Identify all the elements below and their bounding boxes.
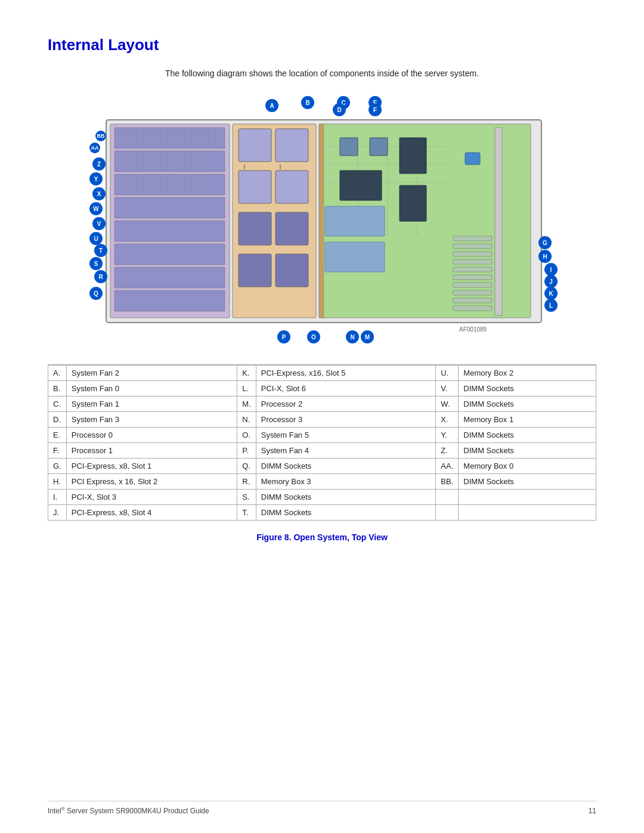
- table-cell-letter: L.: [237, 381, 256, 397]
- table-row: E.Processor 0O.System Fan 5Y.DIMM Socket…: [48, 428, 596, 443]
- footer-left: Intel® Server System SR9000MK4U Product …: [48, 806, 209, 815]
- svg-rect-70: [453, 259, 492, 264]
- label-M: M: [361, 330, 374, 343]
- table-cell-letter: N.: [237, 412, 256, 428]
- svg-rect-8: [114, 267, 225, 288]
- label-G: G: [538, 236, 552, 249]
- table-cell-item: Memory Box 1: [459, 412, 596, 428]
- table-cell-item: Memory Box 3: [256, 474, 436, 490]
- table-cell-letter: AA.: [436, 459, 459, 474]
- svg-rect-60: [275, 212, 308, 245]
- table-cell-letter: F.: [48, 443, 67, 459]
- label-J: J: [544, 275, 558, 288]
- svg-rect-88: [465, 153, 480, 165]
- table-cell-letter: BB.: [436, 474, 459, 490]
- label-D: D: [333, 103, 346, 116]
- table-cell-letter: I.: [48, 490, 67, 505]
- table-cell-item: Processor 2: [256, 397, 436, 412]
- label-T: T: [94, 244, 107, 257]
- table-cell-letter: [436, 490, 459, 505]
- table-cell-item: PCI-Express, x8, Slot 4: [66, 505, 237, 521]
- svg-rect-76: [453, 306, 492, 311]
- svg-rect-61: [239, 254, 271, 287]
- page-container: Internal Layout The following diagram sh…: [0, 0, 644, 833]
- page-footer: Intel® Server System SR9000MK4U Product …: [48, 801, 596, 815]
- diagram-wrapper: A B C D E F BB AA Z Y X W V U T S R Q G: [89, 96, 555, 346]
- table-cell-letter: T.: [237, 505, 256, 521]
- table-cell-item: PCI-X, Slot 3: [66, 490, 237, 505]
- label-AA: AA: [89, 143, 100, 153]
- table-cell-item: Processor 3: [256, 412, 436, 428]
- table-cell-item: DIMM Sockets: [459, 397, 596, 412]
- table-cell-item: DIMM Sockets: [459, 428, 596, 443]
- table-cell-item: DIMM Sockets: [459, 474, 596, 490]
- table-cell-item: System Fan 3: [66, 412, 237, 428]
- diagram-section: A B C D E F BB AA Z Y X W V U T S R Q G: [48, 96, 596, 346]
- table-cell-item: System Fan 5: [256, 428, 436, 443]
- table-cell-letter: K.: [237, 365, 256, 381]
- intro-text: The following diagram shows the location…: [48, 69, 596, 78]
- svg-rect-69: [453, 252, 492, 256]
- label-N: N: [346, 330, 359, 343]
- figure-caption: Figure 8. Open System, Top View: [48, 532, 596, 542]
- table-row: H.PCI Express, x 16, Slot 2R.Memory Box …: [48, 474, 596, 490]
- svg-rect-71: [453, 267, 492, 272]
- table-cell-item: Memory Box 0: [459, 459, 596, 474]
- table-cell-letter: P.: [237, 443, 256, 459]
- table-row: J.PCI-Express, x8, Slot 4T.DIMM Sockets: [48, 505, 596, 521]
- svg-rect-67: [453, 236, 492, 241]
- label-Y: Y: [89, 172, 103, 185]
- label-U: U: [89, 232, 103, 245]
- table-cell-item: PCI Express, x 16, Slot 2: [66, 474, 237, 490]
- svg-text:AF001089: AF001089: [459, 326, 487, 333]
- table-cell-item: DIMM Sockets: [459, 381, 596, 397]
- svg-rect-75: [453, 298, 492, 303]
- svg-rect-68: [453, 244, 492, 249]
- label-L: L: [544, 299, 558, 312]
- table-cell-item: DIMM Sockets: [256, 490, 436, 505]
- table-cell-letter: V.: [436, 381, 459, 397]
- label-P: P: [277, 330, 290, 343]
- svg-rect-91: [319, 124, 324, 318]
- table-row: I.PCI-X, Slot 3S.DIMM Sockets: [48, 490, 596, 505]
- svg-rect-84: [370, 138, 388, 156]
- table-cell-item: DIMM Sockets: [256, 505, 436, 521]
- table-cell-letter: U.: [436, 365, 459, 381]
- svg-rect-55: [239, 129, 271, 162]
- table-row: D.System Fan 3N.Processor 3X.Memory Box …: [48, 412, 596, 428]
- svg-rect-66: [495, 128, 502, 315]
- table-cell-item: Processor 0: [66, 428, 237, 443]
- table-cell-item: System Fan 2: [66, 365, 237, 381]
- table-cell-item: PCI-X, Slot 6: [256, 381, 436, 397]
- svg-rect-6: [114, 221, 225, 241]
- table-cell-letter: E.: [48, 428, 67, 443]
- label-A: A: [265, 99, 278, 112]
- table-cell-letter: Z.: [436, 443, 459, 459]
- table-cell-letter: R.: [237, 474, 256, 490]
- table-cell-letter: Y.: [436, 428, 459, 443]
- svg-rect-73: [453, 283, 492, 287]
- label-W: W: [89, 202, 103, 215]
- table-cell-item: [459, 490, 596, 505]
- svg-rect-5: [114, 197, 225, 218]
- label-K: K: [544, 287, 558, 300]
- table-cell-item: System Fan 1: [66, 397, 237, 412]
- table-cell-letter: [436, 505, 459, 521]
- table-cell-letter: W.: [436, 397, 459, 412]
- label-Z: Z: [92, 157, 106, 171]
- svg-rect-87: [400, 185, 426, 221]
- table-cell-item: DIMM Sockets: [459, 443, 596, 459]
- table-cell-letter: M.: [237, 397, 256, 412]
- svg-rect-90: [325, 242, 385, 272]
- table-cell-item: Processor 1: [66, 443, 237, 459]
- table-cell-item: PCI-Express, x16, Slot 5: [256, 365, 436, 381]
- svg-rect-85: [400, 138, 426, 174]
- svg-rect-62: [275, 254, 308, 287]
- svg-rect-56: [275, 129, 308, 162]
- svg-rect-83: [340, 138, 358, 156]
- table-cell-letter: O.: [237, 428, 256, 443]
- table-cell-item: System Fan 0: [66, 381, 237, 397]
- table-cell-letter: B.: [48, 381, 67, 397]
- table-cell-item: System Fan 4: [256, 443, 436, 459]
- svg-rect-86: [340, 171, 382, 200]
